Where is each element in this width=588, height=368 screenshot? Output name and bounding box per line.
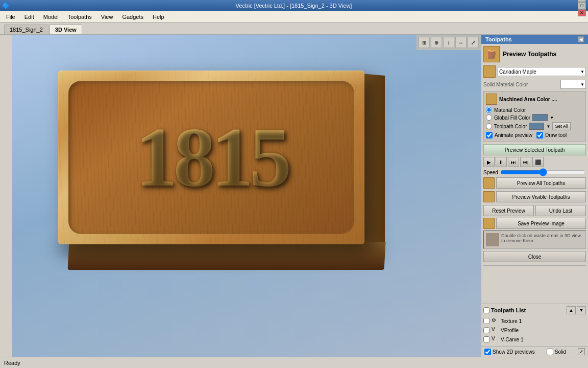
material-color-radio[interactable] (486, 107, 492, 113)
vp-btn-vert[interactable]: ↕ (443, 37, 454, 48)
list-button-group: ▲ ▼ (567, 306, 586, 314)
toolpath-color-radio[interactable] (486, 123, 492, 129)
panel-bottom-bar: Show 2D previews Solid ⤢ (481, 346, 588, 357)
playback-controls: ▶ ⏸ ⏭ ⏭| ⬛ (483, 157, 586, 167)
draw-tool-checkbox[interactable] (536, 132, 543, 139)
toolpath-color-row: Toolpath Color ▼ Set All (486, 122, 583, 130)
panel-collapse-button[interactable]: ◀ (578, 36, 584, 42)
animate-checkbox[interactable] (486, 132, 493, 139)
global-fill-row: Global Fill Color ▼ (486, 114, 583, 121)
sign-surface[interactable]: 1815 (58, 71, 364, 244)
window-title: Vectric [Vectric Ltd.] - [1815_Sign_2 - … (10, 3, 578, 9)
machined-area-label: Machined Area Color .... (499, 97, 557, 102)
menu-view[interactable]: View (97, 13, 117, 21)
save-preview-icon (483, 218, 495, 229)
global-fill-arrow: ▼ (550, 116, 554, 120)
expand-icon[interactable]: ⤢ (578, 348, 585, 355)
toolpath-vcarve-checkbox[interactable] (483, 336, 489, 342)
preview-icon: 🪵 (483, 46, 500, 62)
menu-toolpaths[interactable]: Toolpaths (64, 13, 96, 21)
sign-numbers: 1815 (68, 81, 354, 234)
undo-last-button[interactable]: Undo Last (535, 205, 586, 216)
restore-button[interactable]: □ (578, 2, 586, 9)
menu-model[interactable]: Model (39, 13, 63, 21)
status-text: Ready (4, 360, 20, 366)
material-dropdown-arrow: ▼ (580, 70, 584, 74)
sign-3d: 1815 (43, 60, 390, 295)
sign-bottom-face (68, 242, 386, 270)
skip-end-button[interactable]: ⏭| (520, 157, 531, 167)
solid-label: Solid (555, 349, 566, 355)
viewport[interactable]: ⊞ ⊕ ↕ ↔ ⤢ (12, 35, 481, 357)
global-fill-swatch[interactable] (532, 114, 548, 121)
speed-slider[interactable] (500, 169, 586, 175)
solid-material-dropdown[interactable]: ▼ (560, 80, 586, 89)
solid-dropdown-arrow: ▼ (580, 82, 584, 87)
toolpath-list-checkbox[interactable] (483, 307, 489, 313)
note-text: Double click on waste areas in 3D view t… (501, 233, 583, 243)
preview-all-button[interactable]: Preview All Toolpaths (496, 177, 586, 189)
show-2d-label: Show 2D previews (493, 349, 535, 355)
toolpath-list-section: Toolpath List ▲ ▼ ⚙ Texture 1 V VProfile (481, 304, 588, 346)
toolpath-vcarve-label: V-Carve 1 (501, 337, 523, 342)
material-icon (483, 65, 496, 78)
draw-tool-checkbox-row: Draw tool (536, 132, 567, 139)
solid-checkbox[interactable] (547, 349, 553, 355)
list-down-button[interactable]: ▼ (577, 306, 586, 314)
list-up-button[interactable]: ▲ (567, 306, 576, 314)
menu-bar: File Edit Model Toolpaths View Gadgets H… (0, 11, 588, 22)
toolpath-vprofile-label: VProfile (501, 328, 519, 333)
vprofile-icon: V (492, 327, 499, 334)
viewport-toolbar: ⊞ ⊕ ↕ ↔ ⤢ (416, 35, 481, 50)
preview-title: Preview Toolpaths (503, 51, 556, 58)
global-fill-label: Global Fill Color (494, 115, 530, 121)
global-fill-radio[interactable] (486, 114, 492, 121)
menu-help[interactable]: Help (149, 13, 168, 21)
reset-undo-row: Reset Preview Undo Last (483, 205, 586, 216)
preview-visible-icon (483, 191, 495, 202)
vp-btn-horiz[interactable]: ↔ (455, 37, 467, 48)
reset-preview-button[interactable]: Reset Preview (483, 205, 534, 216)
close-button[interactable]: ✕ (578, 9, 586, 16)
speed-label: Speed (483, 170, 498, 175)
tab-bar: 1815_Sign_2 3D View (0, 22, 588, 35)
tab-sign[interactable]: 1815_Sign_2 (4, 25, 48, 34)
solid-material-row: Solid Material Color ▼ (483, 80, 586, 89)
material-color-row: Material Color (486, 107, 583, 113)
close-button[interactable]: Close (483, 251, 586, 262)
vp-btn-fit[interactable]: ⤢ (468, 37, 479, 48)
left-sidebar (0, 35, 12, 357)
toolpath-texture-label: Texture 1 (501, 318, 522, 324)
toolpath-texture-checkbox[interactable] (483, 318, 489, 324)
tab-3dview[interactable]: 3D View (50, 25, 82, 34)
toolpath-item-texture: ⚙ Texture 1 (483, 316, 586, 326)
pause-button[interactable]: ⏸ (496, 157, 507, 167)
preview-all-icon (483, 177, 495, 189)
toolpath-color-swatch[interactable] (529, 123, 544, 130)
show-2d-checkbox[interactable] (484, 349, 491, 355)
preview-visible-button[interactable]: Preview Visible Toolpaths (496, 191, 586, 202)
save-preview-button[interactable]: Save Preview Image (496, 218, 586, 229)
right-panel: Toolpaths ◀ 🪵 Preview Toolpaths Canadian… (481, 35, 588, 357)
toolpath-vprofile-checkbox[interactable] (483, 327, 489, 333)
animate-checkbox-row: Animate preview (486, 132, 532, 139)
vp-btn-zoom[interactable]: ⊕ (431, 37, 442, 48)
solid-row: Solid (547, 349, 566, 355)
menu-gadgets[interactable]: Gadgets (118, 13, 148, 21)
toolpath-list-title: Toolpath List (491, 307, 526, 313)
menu-edit[interactable]: Edit (20, 13, 38, 21)
vp-btn-grid[interactable]: ⊞ (419, 37, 430, 48)
carved-border: 1815 (68, 81, 354, 234)
main-layout: ⊞ ⊕ ↕ ↔ ⤢ (0, 35, 588, 357)
material-dropdown[interactable]: Canadian Maple ▼ (498, 67, 586, 76)
menu-file[interactable]: File (2, 13, 19, 21)
play-button[interactable]: ▶ (483, 157, 495, 167)
title-controls: − □ ✕ (578, 0, 586, 16)
machined-area-section: Machined Area Color .... Material Color … (483, 91, 586, 142)
material-color-label: Material Color (494, 107, 526, 113)
stop-button[interactable]: ⬛ (532, 157, 544, 167)
set-all-button[interactable]: Set All (552, 122, 571, 130)
end-button[interactable]: ⏭ (508, 157, 519, 167)
toolpath-list-header: Toolpath List ▲ ▼ (483, 306, 586, 314)
preview-selected-button[interactable]: Preview Selected Toolpath (483, 144, 586, 155)
